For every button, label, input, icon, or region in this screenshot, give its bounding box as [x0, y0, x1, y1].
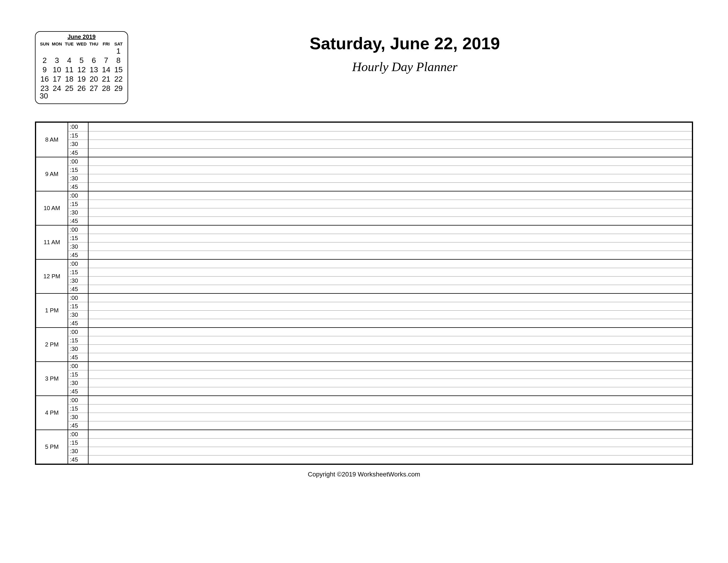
entry-slot[interactable]	[89, 131, 692, 140]
mini-cal-day	[51, 47, 63, 56]
entry-slot[interactable]	[89, 276, 692, 285]
entry-slot[interactable]	[89, 259, 692, 268]
mini-cal-day: 8	[112, 56, 125, 65]
mini-cal-dow: FRI	[100, 41, 112, 46]
entry-slot[interactable]	[89, 421, 692, 430]
mini-cal-day: 17	[51, 75, 63, 84]
mini-calendar-overflow: 30	[40, 91, 125, 100]
entry-slot[interactable]	[89, 353, 692, 361]
minute-label: :30	[68, 276, 88, 285]
entry-lines	[89, 294, 692, 327]
planner-grid: 8 AM:00:15:30:459 AM:00:15:30:4510 AM:00…	[35, 121, 693, 465]
entry-slot[interactable]	[89, 404, 692, 413]
minute-label: :15	[68, 234, 88, 242]
minute-label: :15	[68, 268, 88, 276]
entry-slot[interactable]	[89, 165, 692, 174]
hour-label: 10 AM	[36, 191, 68, 225]
entry-slot[interactable]	[89, 174, 692, 182]
mini-cal-day: 12	[75, 66, 88, 74]
hour-block: 3 PM:00:15:30:45	[36, 361, 692, 396]
mini-cal-dow: SUN	[38, 41, 51, 46]
hour-block: 9 AM:00:15:30:45	[36, 157, 692, 191]
mini-cal-day: 29	[112, 84, 125, 93]
minute-label: :15	[68, 302, 88, 310]
entry-lines	[89, 157, 692, 191]
mini-cal-day: 26	[75, 84, 88, 93]
entry-slot[interactable]	[89, 199, 692, 208]
entry-slot[interactable]	[89, 387, 692, 396]
entry-slot[interactable]	[89, 310, 692, 319]
hour-label: 2 PM	[36, 328, 68, 361]
entry-slot[interactable]	[89, 250, 692, 259]
entry-slot[interactable]	[89, 242, 692, 250]
entry-slot[interactable]	[89, 285, 692, 293]
hour-label: 1 PM	[36, 294, 68, 327]
minutes-column: :00:15:30:45	[68, 362, 89, 396]
minute-label: :00	[68, 430, 88, 438]
entry-slot[interactable]	[89, 208, 692, 216]
entry-slot[interactable]	[89, 413, 692, 421]
entry-slot[interactable]	[89, 370, 692, 379]
mini-cal-dow: TUE	[63, 41, 75, 46]
mini-calendar-grid: SUNMONTUEWEDTHUFRISAT1234567891011121314…	[38, 41, 125, 93]
hour-label: 4 PM	[36, 396, 68, 430]
hour-label: 5 PM	[36, 430, 68, 464]
mini-cal-day	[88, 47, 100, 56]
minute-label: :00	[68, 225, 88, 234]
entry-slot[interactable]	[89, 328, 692, 336]
entry-slot[interactable]	[89, 191, 692, 199]
minute-label: :00	[68, 362, 88, 370]
entry-slot[interactable]	[89, 319, 692, 327]
minutes-column: :00:15:30:45	[68, 430, 89, 464]
mini-cal-day: 9	[38, 66, 51, 74]
entry-slot[interactable]	[89, 447, 692, 455]
entry-slot[interactable]	[89, 234, 692, 242]
minutes-column: :00:15:30:45	[68, 328, 89, 361]
entry-slot[interactable]	[89, 294, 692, 302]
hour-label: 11 AM	[36, 225, 68, 259]
minute-label: :30	[68, 345, 88, 353]
page-subtitle: Hourly Day Planner	[128, 59, 681, 74]
entry-lines	[89, 191, 692, 225]
entry-slot[interactable]	[89, 438, 692, 447]
entry-slot[interactable]	[89, 268, 692, 276]
entry-slot[interactable]	[89, 123, 692, 131]
entry-slot[interactable]	[89, 302, 692, 310]
mini-cal-day: 18	[63, 75, 75, 84]
entry-slot[interactable]	[89, 216, 692, 225]
minute-label: :15	[68, 131, 88, 140]
minute-label: :45	[68, 285, 88, 293]
entry-slot[interactable]	[89, 157, 692, 165]
mini-cal-day: 3	[51, 56, 63, 65]
entry-slot[interactable]	[89, 362, 692, 370]
entry-lines	[89, 259, 692, 293]
mini-cal-day: 1	[112, 47, 125, 56]
hour-block: 1 PM:00:15:30:45	[36, 293, 692, 327]
entry-slot[interactable]	[89, 455, 692, 464]
entry-slot[interactable]	[89, 225, 692, 234]
minute-label: :45	[68, 182, 88, 191]
mini-cal-day: 21	[100, 75, 112, 84]
hour-label: 12 PM	[36, 259, 68, 293]
entry-slot[interactable]	[89, 345, 692, 353]
minute-label: :15	[68, 370, 88, 379]
hour-label: 3 PM	[36, 362, 68, 396]
mini-cal-day: 20	[88, 75, 100, 84]
entry-slot[interactable]	[89, 182, 692, 191]
minutes-column: :00:15:30:45	[68, 225, 89, 259]
mini-cal-day: 6	[88, 56, 100, 65]
entry-slot[interactable]	[89, 140, 692, 148]
minute-label: :30	[68, 140, 88, 148]
entry-slot[interactable]	[89, 396, 692, 404]
entry-slot[interactable]	[89, 379, 692, 387]
entry-slot[interactable]	[89, 430, 692, 438]
minutes-column: :00:15:30:45	[68, 396, 89, 430]
mini-cal-day	[100, 47, 112, 56]
mini-cal-day: 11	[63, 66, 75, 74]
minute-label: :30	[68, 310, 88, 319]
minute-label: :45	[68, 319, 88, 327]
entry-lines	[89, 328, 692, 361]
entry-slot[interactable]	[89, 336, 692, 345]
entry-slot[interactable]	[89, 148, 692, 157]
minute-label: :30	[68, 413, 88, 421]
